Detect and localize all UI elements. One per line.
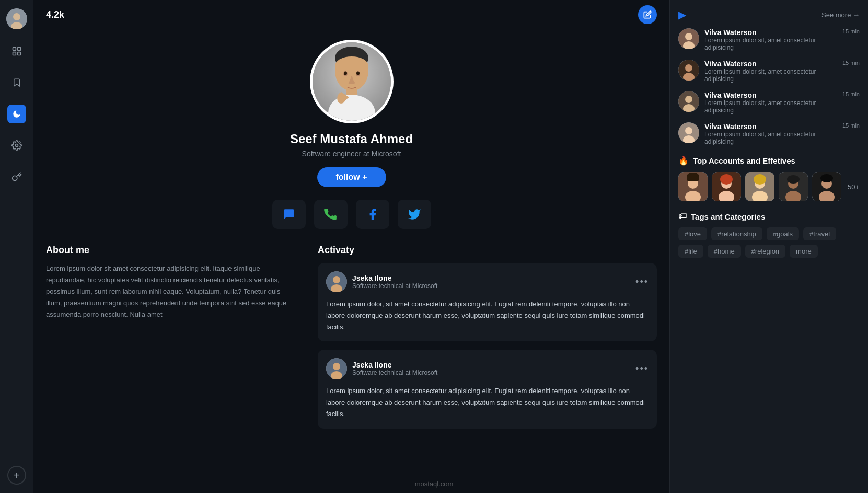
right-sidebar: ▶ See more → Vilva Waterson Lorem ipsum … (669, 0, 868, 493)
notif-name-1: Vilva Waterson (704, 28, 837, 37)
notif-text-1: Lorem ipsum dolor sit, amet consectetur … (704, 37, 837, 51)
notif-avatar-4 (678, 122, 699, 143)
top-account-1[interactable] (678, 172, 708, 201)
top-accounts-count: 50+ (848, 183, 859, 191)
profile-avatar (310, 40, 394, 123)
profile-title: Software engineer at Microsoft (302, 150, 401, 158)
activity-user-name-1: Jseka Ilone (352, 274, 437, 282)
tag-more[interactable]: more (790, 245, 818, 258)
svg-point-13 (335, 56, 368, 75)
bottom-section: About me Lorem ipsum dolor sit amet cons… (33, 245, 669, 493)
activity-text-2: Lorem ipsum dolor, sit amet consectetur … (326, 385, 649, 420)
profile-name: Seef Mustafa Ahmed (290, 132, 413, 146)
tags-title: 🏷 Tags ant Categories (678, 212, 860, 221)
notif-text-4: Lorem ipsum dolor sit, amet consectetur … (704, 131, 837, 145)
about-title: About me (46, 245, 297, 256)
notif-time-3: 15 min (842, 91, 860, 97)
top-accounts-title: 🔥 Top Accounts and Effetives (678, 156, 860, 166)
svg-point-29 (685, 64, 692, 72)
tag-love[interactable]: #love (678, 227, 707, 240)
activity-user-2: Jseka Ilone Software technical at Micros… (326, 358, 437, 379)
moon-icon[interactable] (7, 105, 26, 123)
tags-grid: #love #relationship #goals #travel #life… (678, 227, 860, 258)
top-account-3[interactable] (745, 172, 774, 201)
activity-avatar-2 (326, 358, 347, 379)
tag-relegion[interactable]: #relegion (745, 245, 786, 258)
notif-name-4: Vilva Waterson (704, 122, 837, 131)
home-icon[interactable] (7, 42, 26, 61)
svg-point-43 (720, 174, 733, 185)
facebook-button[interactable] (356, 200, 389, 229)
svg-point-1 (13, 13, 20, 20)
notif-name-2: Vilva Waterson (704, 60, 837, 68)
profile-section: Seef Mustafa Ahmed Software engineer at … (33, 29, 669, 245)
activity-user-name-2: Jseka Ilone (352, 361, 437, 369)
activity-more-button-1[interactable]: ••• (635, 277, 649, 288)
about-text: Lorem ipsum dolor sit amet consectetur a… (46, 263, 297, 320)
main-content: 4.2k (33, 0, 669, 493)
svg-point-23 (333, 363, 340, 370)
about-section: About me Lorem ipsum dolor sit amet cons… (46, 245, 297, 480)
tags-icon: 🏷 (678, 212, 687, 221)
settings-icon[interactable] (7, 136, 26, 155)
notification-item-2: Vilva Waterson Lorem ipsum dolor sit, am… (678, 60, 860, 83)
bookmark-icon[interactable] (7, 73, 26, 92)
notif-avatar-2 (678, 60, 699, 81)
tag-relationship[interactable]: #relationship (711, 227, 762, 240)
activity-user-title-2: Software technical at Microsoft (352, 369, 437, 376)
follower-count: 4.2k (46, 9, 64, 20)
svg-point-7 (15, 144, 18, 147)
tag-goals[interactable]: #goals (767, 227, 799, 240)
notif-time-1: 15 min (842, 28, 860, 35)
svg-point-51 (787, 175, 800, 184)
topbar: 4.2k (33, 0, 669, 29)
svg-point-32 (685, 96, 692, 103)
activity-user-1: Jseka Ilone Software technical at Micros… (326, 271, 437, 292)
svg-point-35 (685, 127, 692, 134)
notif-text-3: Lorem ipsum dolor sit, amet consectetur … (704, 99, 837, 114)
sidebar-avatar[interactable] (6, 8, 27, 29)
activity-card-2: Jseka Ilone Software technical at Micros… (318, 350, 657, 428)
notif-name-3: Vilva Waterson (704, 91, 837, 99)
notif-time-2: 15 min (842, 60, 860, 66)
notification-item-4: Vilva Waterson Lorem ipsum dolor sit, am… (678, 122, 860, 145)
right-sidebar-header: ▶ See more → (678, 8, 860, 21)
notification-item-3: Vilva Waterson Lorem ipsum dolor sit, am… (678, 91, 860, 114)
edit-button[interactable] (638, 5, 657, 24)
tag-life[interactable]: #life (678, 245, 703, 258)
top-account-5[interactable] (812, 172, 841, 201)
twitter-button[interactable] (398, 200, 431, 229)
svg-point-18 (356, 72, 360, 75)
notification-bell-icon: ▶ (678, 8, 686, 21)
activity-section: Activaty Jseka Ilone Sof (318, 245, 657, 480)
notif-time-4: 15 min (842, 122, 860, 129)
top-accounts-list: 50+ (678, 172, 860, 201)
follow-button[interactable]: follow + (317, 167, 386, 187)
tag-travel[interactable]: #travel (803, 227, 836, 240)
notif-text-2: Lorem ipsum dolor sit, amet consectetur … (704, 68, 837, 83)
top-account-4[interactable] (779, 172, 808, 201)
key-icon[interactable] (7, 167, 26, 186)
social-icons (272, 200, 431, 229)
notif-avatar-1 (678, 28, 699, 49)
activity-more-button-2[interactable]: ••• (635, 363, 649, 374)
svg-rect-5 (13, 52, 16, 55)
svg-rect-4 (17, 48, 20, 51)
svg-point-26 (685, 33, 692, 40)
top-account-2[interactable] (712, 172, 741, 201)
tag-home[interactable]: #home (708, 245, 741, 258)
see-more-link[interactable]: See more → (821, 11, 860, 19)
svg-point-20 (333, 276, 340, 283)
activity-user-title-1: Software technical at Microsoft (352, 282, 437, 290)
notification-item-1: Vilva Waterson Lorem ipsum dolor sit, am… (678, 28, 860, 51)
add-button[interactable]: + (7, 466, 26, 485)
svg-point-47 (754, 174, 766, 185)
activity-text-1: Lorem ipsum dolor, sit amet consectetur … (326, 299, 649, 333)
left-sidebar: + (0, 0, 33, 493)
phone-button[interactable] (314, 200, 348, 229)
activity-avatar-1 (326, 271, 347, 292)
activity-title: Activaty (318, 245, 657, 256)
svg-rect-6 (17, 52, 20, 55)
activity-card-1: Jseka Ilone Software technical at Micros… (318, 263, 657, 341)
chat-button[interactable] (272, 200, 306, 229)
